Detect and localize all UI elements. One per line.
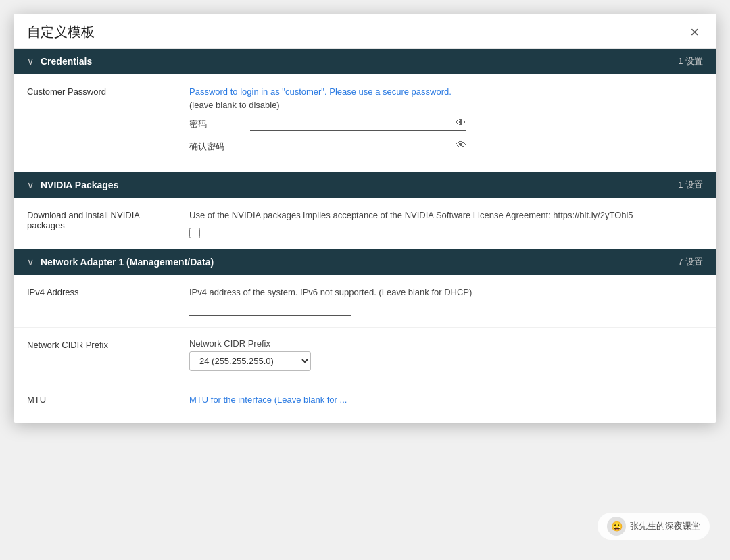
setting-value-nvidia: Use of the NVIDIA packages implies accep…: [189, 209, 703, 238]
setting-row-customer-password: Customer Password Password to login in a…: [14, 74, 716, 172]
section-header-nvidia[interactable]: ∨ NVIDIA Packages 1 设置: [14, 172, 716, 198]
watermark: 😀 张先生的深夜课堂: [598, 513, 710, 540]
cidr-select-wrap: 24 (255.255.255.0) 16 (255.255.0.0) 8 (2…: [189, 351, 703, 371]
dialog-title: 自定义模板: [27, 23, 95, 41]
eye-icon-password[interactable]: 👁: [456, 117, 466, 129]
dialog-content: ∨ Credentials 1 设置 Customer Password Pas…: [14, 49, 716, 423]
section-body-nvidia: Download and install NVIDIA packages Use…: [14, 198, 716, 249]
setting-value-ipv4: IPv4 address of the system. IPv6 not sup…: [189, 286, 703, 317]
section-header-credentials[interactable]: ∨ Credentials 1 设置: [14, 49, 716, 74]
confirm-password-input-wrap: 👁: [250, 139, 466, 153]
chevron-down-icon-network: ∨: [27, 257, 34, 268]
setting-label-ipv4: IPv4 Address: [27, 286, 189, 317]
confirm-password-label: 确认密码: [189, 141, 243, 153]
chevron-down-icon: ∨: [27, 56, 34, 67]
mtu-desc: MTU for the interface (Leave blank for .…: [189, 393, 703, 407]
nvidia-desc: Use of the NVIDIA packages implies accep…: [189, 209, 703, 222]
cidr-desc: Network CIDR Prefix: [189, 338, 703, 349]
section-title-nvidia: NVIDIA Packages: [41, 180, 671, 190]
section-count-credentials: 1 设置: [678, 55, 703, 68]
section-body-credentials: Customer Password Password to login in a…: [14, 74, 716, 172]
confirm-password-field-row: 确认密码 👁: [189, 139, 703, 153]
section-count-network: 7 设置: [678, 256, 703, 268]
section-body-network: IPv4 Address IPv4 address of the system.…: [14, 275, 716, 424]
ipv4-input[interactable]: [189, 304, 351, 314]
password-field-row: 密码 👁: [189, 117, 703, 131]
ipv4-input-wrap: [189, 304, 351, 316]
close-button[interactable]: ×: [686, 24, 703, 41]
watermark-avatar: 😀: [607, 517, 626, 536]
section-title-network: Network Adapter 1 (Management/Data): [41, 257, 671, 268]
customer-password-desc: Password to login in as "customer". Plea…: [189, 85, 703, 111]
watermark-text: 张先生的深夜课堂: [630, 520, 700, 532]
cidr-select[interactable]: 24 (255.255.255.0) 16 (255.255.0.0) 8 (2…: [189, 351, 311, 371]
mtu-desc-link: MTU for the interface (Leave blank for .…: [189, 394, 347, 405]
password-label: 密码: [189, 118, 243, 130]
section-header-network[interactable]: ∨ Network Adapter 1 (Management/Data) 7 …: [14, 249, 716, 275]
setting-row-cidr: Network CIDR Prefix Network CIDR Prefix …: [14, 328, 716, 382]
customer-password-desc-sub: (leave blank to disable): [189, 100, 280, 110]
setting-row-ipv4: IPv4 Address IPv4 address of the system.…: [14, 275, 716, 328]
setting-row-nvidia-packages: Download and install NVIDIA packages Use…: [14, 198, 716, 249]
section-title-credentials: Credentials: [41, 56, 671, 67]
setting-value-mtu: MTU for the interface (Leave blank for .…: [189, 393, 703, 412]
setting-label-nvidia: Download and install NVIDIA packages: [27, 209, 189, 238]
confirm-password-input[interactable]: [250, 141, 453, 151]
dialog-title-bar: 自定义模板 ×: [14, 14, 716, 49]
setting-label-mtu: MTU: [27, 393, 189, 412]
setting-value-cidr: Network CIDR Prefix 24 (255.255.255.0) 1…: [189, 338, 703, 371]
eye-icon-confirm[interactable]: 👁: [456, 139, 466, 151]
setting-value-customer-password: Password to login in as "customer". Plea…: [189, 85, 703, 161]
customer-password-desc-link: Password to login in as "customer". Plea…: [189, 86, 452, 97]
setting-label-cidr: Network CIDR Prefix: [27, 338, 189, 371]
nvidia-checkbox-wrap: [189, 228, 703, 238]
chevron-down-icon-nvidia: ∨: [27, 180, 34, 190]
section-count-nvidia: 1 设置: [678, 179, 703, 191]
password-input[interactable]: [250, 118, 453, 128]
setting-row-mtu: MTU MTU for the interface (Leave blank f…: [14, 382, 716, 423]
password-input-wrap: 👁: [250, 117, 466, 131]
dialog: 自定义模板 × ∨ Credentials 1 设置 Customer Pass…: [14, 14, 716, 423]
nvidia-checkbox[interactable]: [189, 228, 200, 238]
ipv4-desc: IPv4 address of the system. IPv6 not sup…: [189, 286, 703, 299]
setting-label-customer-password: Customer Password: [27, 85, 189, 161]
